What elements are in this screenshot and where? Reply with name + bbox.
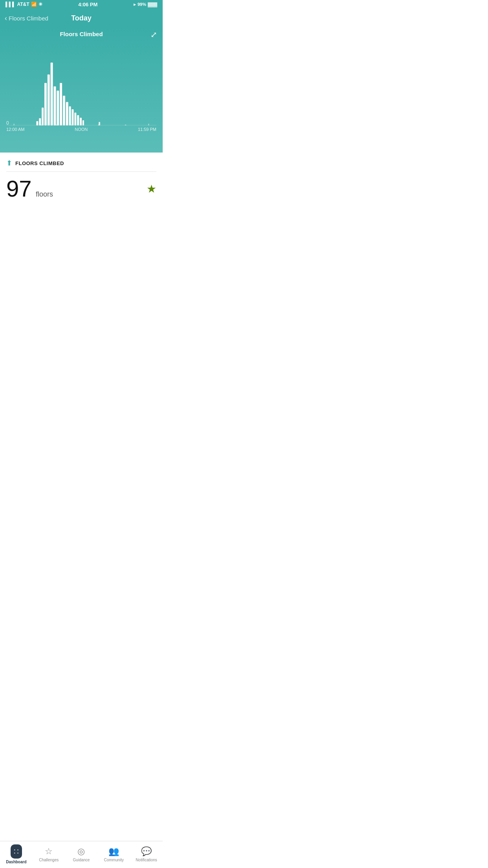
chart-title: Floors Climbed [6, 31, 156, 37]
svg-rect-21 [72, 109, 74, 125]
svg-rect-13 [48, 74, 50, 125]
y-axis-zero: 0 [6, 121, 9, 125]
svg-rect-17 [60, 83, 62, 125]
battery-icon: ▓▓▓ [148, 2, 157, 7]
bar-chart [6, 40, 156, 125]
chart-svg-container: 0 [6, 40, 156, 125]
svg-rect-18 [63, 96, 65, 125]
chart-wrapper: 0 [6, 40, 156, 135]
carrier-label: AT&T [17, 2, 29, 7]
status-time: 4:06 PM [78, 2, 97, 7]
svg-point-8 [125, 125, 127, 125]
stats-label-row: ⬆ FLOORS CLIMBED [6, 159, 156, 172]
svg-rect-26 [99, 122, 100, 125]
svg-rect-14 [51, 63, 53, 125]
svg-rect-20 [69, 106, 71, 125]
stats-number: 97 [6, 176, 32, 201]
expand-button[interactable]: ⤢ [150, 31, 157, 39]
svg-rect-23 [77, 115, 79, 125]
stats-label: FLOORS CLIMBED [15, 160, 64, 166]
svg-rect-24 [80, 118, 82, 125]
status-right: ▸ 99% ▓▓▓ [134, 2, 157, 7]
svg-rect-9 [36, 121, 38, 125]
stats-section: ⬆ FLOORS CLIMBED 97 floors ★ [0, 153, 163, 206]
back-chevron-icon: ‹ [5, 14, 7, 22]
status-carrier: ▌▌▌ AT&T 📶 ✳ [6, 2, 42, 7]
x-label-start: 12:00 AM [6, 127, 24, 132]
chart-area: Floors Climbed ⤢ 0 [0, 27, 163, 153]
svg-rect-12 [44, 83, 47, 125]
svg-rect-25 [83, 120, 84, 125]
nav-header: ‹ Floors Climbed Today [0, 9, 163, 27]
wifi-icon: 📶 [31, 2, 37, 7]
stats-unit: floors [36, 190, 53, 198]
status-bar: ▌▌▌ AT&T 📶 ✳ 4:06 PM ▸ 99% ▓▓▓ [0, 0, 163, 9]
x-label-noon: NOON [75, 127, 88, 132]
back-label: Floors Climbed [9, 15, 48, 22]
svg-rect-16 [57, 90, 59, 125]
x-label-end: 11:59 PM [138, 127, 156, 132]
signal-icon: ▌▌▌ [6, 2, 16, 7]
chart-x-axis: 12:00 AM NOON 11:59 PM [6, 125, 156, 135]
battery-label: 99% [138, 2, 146, 7]
svg-rect-15 [53, 86, 56, 125]
page-title: Today [71, 14, 92, 22]
back-button[interactable]: ‹ Floors Climbed [5, 14, 48, 22]
star-icon: ★ [147, 182, 156, 195]
content-spacer [0, 206, 163, 316]
svg-rect-10 [39, 118, 41, 125]
svg-rect-19 [66, 102, 68, 125]
stairs-icon: ⬆ [6, 159, 12, 167]
svg-rect-11 [42, 108, 44, 125]
svg-rect-22 [74, 113, 76, 125]
stats-value-row: 97 floors ★ [6, 172, 156, 206]
activity-icon: ✳ [39, 2, 42, 7]
stats-number-unit: 97 floors [6, 177, 53, 200]
bluetooth-icon: ▸ [134, 2, 136, 7]
